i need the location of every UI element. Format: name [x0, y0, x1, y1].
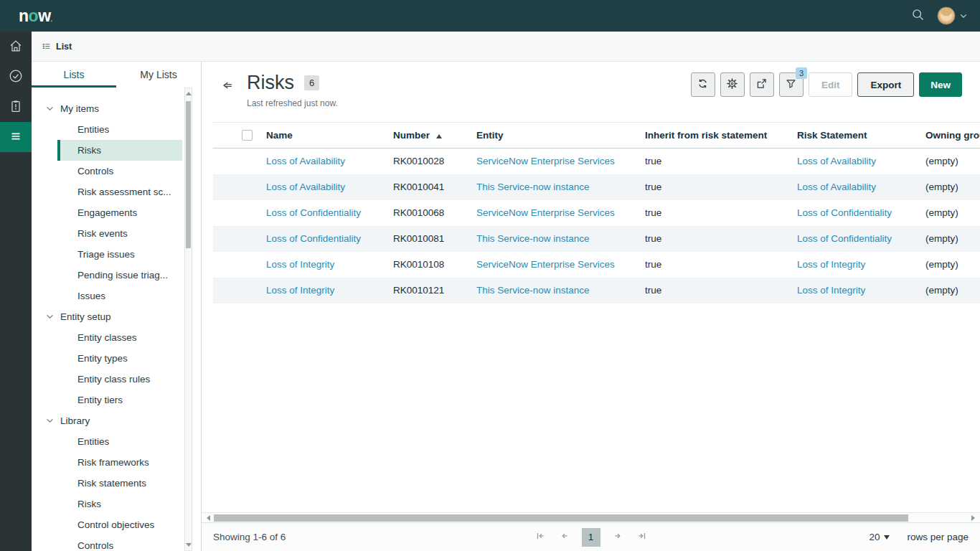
- chevron-down-icon: [46, 314, 54, 319]
- column-label: Inherit from risk statement: [645, 130, 767, 141]
- risk-name-link[interactable]: Loss of Availability: [266, 156, 345, 166]
- sidebar-item-label: Entity class rules: [77, 374, 150, 385]
- pagination: 1: [533, 528, 649, 547]
- rail-lists[interactable]: [0, 122, 32, 152]
- share-button[interactable]: [750, 72, 774, 97]
- collapse-sidebar-button[interactable]: [221, 79, 234, 94]
- select-cell: [213, 149, 266, 174]
- scroll-up-arrow[interactable]: [185, 88, 192, 98]
- owning-group-cell: (empty): [925, 278, 980, 303]
- column-header-risk-statement[interactable]: Risk Statement: [797, 123, 925, 149]
- tab-lists[interactable]: Lists: [32, 62, 116, 88]
- scroll-right-arrow[interactable]: [971, 515, 978, 521]
- table-header-row: Name Number Entity Inherit from risk sta…: [213, 123, 980, 149]
- filter-button[interactable]: 3: [779, 72, 804, 97]
- sidebar-item-pending-issue-triage[interactable]: Pending issue triag...: [57, 265, 182, 286]
- logo-letter: n: [19, 6, 29, 25]
- risk-name-link[interactable]: Loss of Confidentiality: [266, 233, 361, 244]
- sidebar-item-library-entities[interactable]: Entities: [57, 431, 182, 452]
- select-all-checkbox[interactable]: [242, 130, 253, 141]
- first-page-icon: [534, 530, 546, 544]
- sidebar-item-entity-tiers[interactable]: Entity tiers: [57, 390, 182, 410]
- new-button[interactable]: New: [919, 72, 962, 97]
- risk-name-link[interactable]: Loss of Integrity: [266, 259, 334, 270]
- risk-name-link[interactable]: Loss of Availability: [266, 182, 345, 192]
- sidebar-item-risk-assessment-scoping[interactable]: Risk assessment sc...: [57, 182, 182, 202]
- risk-statement-link[interactable]: Loss of Confidentiality: [797, 233, 892, 244]
- sidebar-item-label: Entity types: [77, 353, 128, 364]
- hscrollbar-thumb[interactable]: [214, 514, 908, 522]
- sidebar-item-entities[interactable]: Entities: [57, 119, 182, 140]
- tab-list[interactable]: List: [42, 42, 72, 52]
- entity-link[interactable]: This Service-now instance: [476, 233, 590, 244]
- record-count-badge: 6: [304, 75, 319, 90]
- refresh-button[interactable]: [691, 72, 715, 97]
- sidebar-item-control-objectives[interactable]: Control objectives: [57, 514, 182, 535]
- now-logo[interactable]: now.: [19, 6, 52, 26]
- user-menu[interactable]: [937, 6, 967, 25]
- table-row: Loss of Integrity RK0010121 This Service…: [213, 278, 980, 303]
- sidebar-item-issues[interactable]: Issues: [57, 286, 182, 306]
- scroll-left-arrow[interactable]: [204, 515, 210, 521]
- first-page-button[interactable]: [533, 529, 547, 545]
- sidebar-item-risks[interactable]: Risks: [57, 140, 182, 161]
- empty-space: [202, 303, 980, 513]
- risk-statement-link[interactable]: Loss of Availability: [797, 182, 876, 192]
- select-cell: [213, 174, 266, 200]
- sidebar-item-risk-frameworks[interactable]: Risk frameworks: [57, 452, 182, 473]
- scrollbar-thumb[interactable]: [186, 101, 191, 248]
- rail-issues[interactable]: [0, 92, 32, 122]
- column-header-owning-group[interactable]: Owning group: [925, 123, 980, 149]
- list-icon: [8, 128, 24, 146]
- entity-link[interactable]: ServiceNow Enterprise Services: [476, 156, 615, 166]
- next-page-button[interactable]: [611, 529, 625, 545]
- column-label: Owning group: [925, 130, 980, 141]
- rail-tasks[interactable]: [0, 62, 32, 92]
- entity-link[interactable]: This Service-now instance: [476, 285, 590, 296]
- entity-link[interactable]: ServiceNow Enterprise Services: [476, 259, 615, 270]
- sidebar-item-risk-statements[interactable]: Risk statements: [57, 473, 182, 494]
- sidebar-item-entity-types[interactable]: Entity types: [57, 348, 182, 369]
- number-cell: RK0010121: [393, 278, 476, 303]
- export-button[interactable]: Export: [857, 72, 914, 97]
- sidebar-item-label: Triage issues: [77, 249, 135, 260]
- column-header-inherit[interactable]: Inherit from risk statement: [645, 123, 797, 149]
- sidebar-item-library-controls[interactable]: Controls: [57, 535, 182, 551]
- sidebar-item-risk-events[interactable]: Risk events: [57, 223, 182, 244]
- sidebar-group-my-items[interactable]: My items: [32, 98, 201, 119]
- owning-group-cell: (empty): [925, 149, 980, 174]
- current-page-button[interactable]: 1: [582, 528, 600, 547]
- back-icon: [221, 79, 234, 94]
- sidebar-item-entity-class-rules[interactable]: Entity class rules: [57, 369, 182, 390]
- prev-page-button[interactable]: [557, 529, 572, 545]
- sidebar-item-library-risks[interactable]: Risks: [57, 494, 182, 514]
- sidebar-item-entity-classes[interactable]: Entity classes: [57, 327, 182, 348]
- select-cell: [213, 200, 266, 226]
- risk-name-link[interactable]: Loss of Confidentiality: [266, 207, 361, 218]
- rows-per-page-select[interactable]: 20: [869, 532, 890, 542]
- entity-link[interactable]: ServiceNow Enterprise Services: [476, 207, 615, 218]
- sidebar-group-entity-setup[interactable]: Entity setup: [32, 306, 201, 327]
- rail-home[interactable]: [0, 32, 32, 62]
- column-header-entity[interactable]: Entity: [476, 123, 645, 149]
- column-header-number[interactable]: Number: [393, 123, 476, 149]
- risk-statement-link[interactable]: Loss of Integrity: [797, 285, 865, 296]
- sidebar-group-library[interactable]: Library: [32, 410, 201, 431]
- column-header-name[interactable]: Name: [266, 123, 393, 149]
- risk-statement-link[interactable]: Loss of Integrity: [797, 259, 865, 270]
- sidebar-item-triage-issues[interactable]: Triage issues: [57, 244, 182, 265]
- risk-statement-link[interactable]: Loss of Confidentiality: [797, 207, 892, 218]
- sidebar-item-controls[interactable]: Controls: [57, 161, 182, 182]
- edit-button[interactable]: Edit: [809, 72, 853, 97]
- scroll-down-arrow[interactable]: [185, 540, 192, 550]
- sidebar-item-engagements[interactable]: Engagements: [57, 202, 182, 223]
- risk-statement-link[interactable]: Loss of Availability: [797, 156, 876, 166]
- search-button[interactable]: [910, 7, 925, 24]
- table-row: Loss of Confidentiality RK0010081 This S…: [213, 226, 980, 252]
- last-page-button[interactable]: [635, 529, 649, 545]
- risk-name-link[interactable]: Loss of Integrity: [266, 285, 334, 296]
- table-row: Loss of Availability RK0010041 This Serv…: [213, 174, 980, 200]
- tab-my-lists[interactable]: My Lists: [116, 62, 201, 88]
- entity-link[interactable]: This Service-now instance: [476, 182, 590, 192]
- list-settings-button[interactable]: [720, 72, 745, 97]
